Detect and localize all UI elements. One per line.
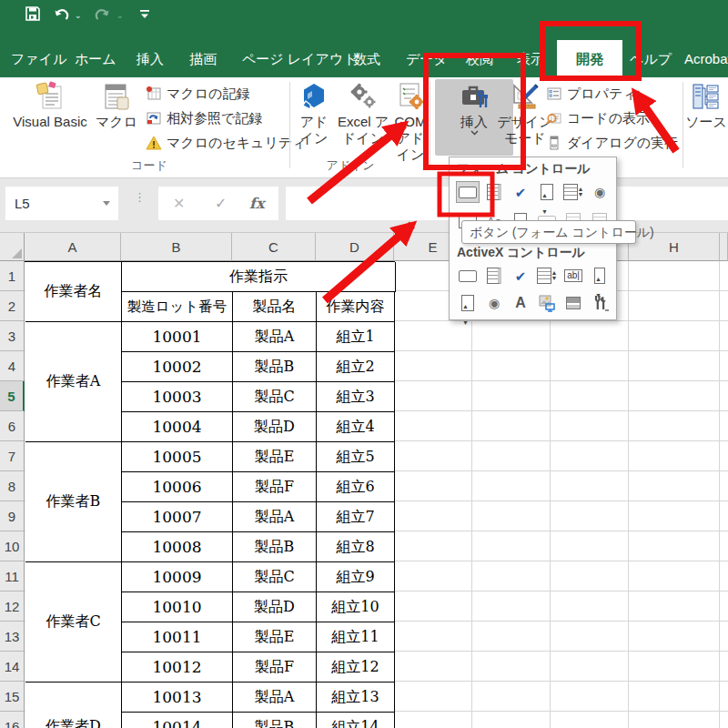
row-header[interactable]: 14 <box>0 652 25 682</box>
tab-draw[interactable]: 描画 <box>189 40 217 77</box>
row-header[interactable]: 11 <box>0 561 25 592</box>
table-row[interactable]: 10009 製品C 組立9 <box>122 562 396 592</box>
tab-page-layout[interactable]: ページ レイアウト <box>242 40 358 77</box>
row-header[interactable]: 9 <box>0 501 25 531</box>
addins-button[interactable]: アドイン <box>293 79 335 147</box>
tab-home[interactable]: ホーム <box>75 40 116 77</box>
row-header[interactable]: 5 <box>0 381 25 411</box>
cell-worker-a[interactable]: 作業者A <box>25 322 122 442</box>
product-cell[interactable]: 製品C <box>233 382 317 412</box>
row-header[interactable]: 10 <box>0 531 25 561</box>
activex-check-box-icon[interactable]: ✔ <box>509 265 532 287</box>
activex-option-button-icon[interactable]: ◉ <box>482 292 506 314</box>
table-row[interactable]: 10013 製品A 組立13 <box>122 682 396 713</box>
lot-cell[interactable]: 10012 <box>122 652 233 682</box>
task-cell[interactable]: 組立8 <box>317 532 395 562</box>
activex-text-box-icon[interactable]: ab| <box>561 265 585 287</box>
lot-cell[interactable]: 10011 <box>122 622 233 652</box>
task-cell[interactable]: 組立9 <box>317 562 395 592</box>
product-cell[interactable]: 製品A <box>233 502 317 532</box>
column-header-partial[interactable] <box>720 233 728 261</box>
table-row[interactable]: 10014 製品B 組立14 <box>122 713 396 728</box>
table-row[interactable]: 10008 製品B 組立8 <box>122 532 396 562</box>
lot-cell[interactable]: 10014 <box>122 713 233 728</box>
row-header[interactable]: 4 <box>0 351 25 381</box>
column-header-b[interactable]: B <box>121 233 232 261</box>
task-cell[interactable]: 組立5 <box>317 442 395 472</box>
row-header[interactable]: 15 <box>0 682 25 712</box>
product-cell[interactable]: 製品F <box>233 472 317 502</box>
lot-cell[interactable]: 10009 <box>122 562 233 592</box>
customize-quick-access-icon[interactable] <box>138 5 151 23</box>
cell-instruction-header[interactable]: 作業指示 <box>122 262 396 292</box>
tab-insert[interactable]: 挿入 <box>136 40 164 77</box>
com-addins-button[interactable]: COM アドイン <box>389 79 431 163</box>
excel-addins-button[interactable]: Excel アドイン <box>337 79 389 147</box>
row-header[interactable]: 2 <box>0 291 25 321</box>
lot-cell[interactable]: 10003 <box>122 382 233 412</box>
task-cell[interactable]: 組立10 <box>317 592 395 622</box>
table-row[interactable]: 10001 製品A 組立1 <box>122 322 396 352</box>
row-header[interactable]: 3 <box>0 321 25 351</box>
form-button-icon[interactable] <box>456 181 480 203</box>
row-header[interactable]: 13 <box>0 622 25 652</box>
cell-worker-b[interactable]: 作業者B <box>25 442 122 562</box>
lot-cell[interactable]: 10005 <box>122 442 233 472</box>
use-relative-references-button[interactable]: 相対参照で記録 <box>146 107 262 129</box>
tab-acrobat[interactable]: Acrobat <box>684 40 728 77</box>
column-header-c[interactable]: C <box>232 233 316 261</box>
undo-dropdown-icon[interactable]: ⌄ <box>75 11 82 20</box>
name-box[interactable]: L5 <box>5 187 118 220</box>
tab-review[interactable]: 校閲 <box>466 40 493 77</box>
form-list-box-icon[interactable]: ▲▼ <box>561 181 585 203</box>
product-cell[interactable]: 製品B <box>233 532 317 562</box>
product-cell[interactable]: 製品E <box>233 622 317 652</box>
tab-file[interactable]: ファイル <box>11 40 66 77</box>
row-header[interactable]: 12 <box>0 592 25 622</box>
lot-cell[interactable]: 10008 <box>122 532 233 562</box>
form-option-button-icon[interactable]: ◉ <box>588 181 612 203</box>
lot-cell[interactable]: 10010 <box>122 592 233 622</box>
row-header[interactable]: 6 <box>0 411 25 441</box>
cell-worker-name-header[interactable]: 作業者名 <box>25 262 122 322</box>
product-cell[interactable]: 製品D <box>233 592 317 622</box>
task-cell[interactable]: 組立12 <box>317 652 395 682</box>
form-spin-button-icon[interactable]: ▲▼ <box>535 181 559 203</box>
product-cell[interactable]: 製品A <box>233 682 317 713</box>
task-cell[interactable]: 組立3 <box>317 382 395 412</box>
table-row[interactable]: 10005 製品E 組立5 <box>122 442 396 472</box>
activex-toggle-button-icon[interactable] <box>561 292 585 314</box>
cell-task-header[interactable]: 作業内容 <box>317 292 395 322</box>
product-cell[interactable]: 製品B <box>233 713 317 728</box>
undo-icon[interactable] <box>53 5 71 23</box>
table-row[interactable]: 10007 製品A 組立7 <box>122 502 396 532</box>
table-row[interactable]: 10012 製品F 組立12 <box>122 652 396 682</box>
save-icon[interactable] <box>24 5 42 23</box>
lot-cell[interactable]: 10001 <box>122 322 233 352</box>
properties-button[interactable]: プロパティ <box>546 83 637 105</box>
row-header[interactable]: 7 <box>0 441 25 471</box>
tab-developer[interactable]: 開発 <box>557 40 622 77</box>
select-all-corner[interactable] <box>0 233 25 261</box>
task-cell[interactable]: 組立4 <box>317 412 395 442</box>
macro-security-button[interactable]: マクロのセキュリティ <box>146 132 307 154</box>
task-cell[interactable]: 組立6 <box>317 472 395 502</box>
table-row[interactable]: 10010 製品D 組立10 <box>122 592 396 622</box>
insert-function-icon[interactable]: fx <box>249 187 264 220</box>
cell-worker-c[interactable]: 作業者C <box>25 562 122 682</box>
visual-basic-button[interactable]: Visual Basic <box>7 79 93 130</box>
lot-cell[interactable]: 10004 <box>122 412 233 442</box>
form-combo-box-icon[interactable] <box>482 181 506 203</box>
task-cell[interactable]: 組立11 <box>317 622 395 652</box>
xml-source-button[interactable]: ソース <box>684 79 728 130</box>
macros-button[interactable]: マクロ <box>93 79 140 130</box>
task-cell[interactable]: 組立1 <box>317 322 395 352</box>
activex-list-box-icon[interactable]: ▲▼ <box>535 265 559 287</box>
tab-data[interactable]: データ <box>406 40 448 77</box>
table-row[interactable]: 10006 製品F 組立6 <box>122 472 396 502</box>
activex-scroll-bar-icon[interactable]: ▲▼ <box>456 292 480 314</box>
activex-spin-button-icon[interactable]: ▲▼ <box>588 265 612 287</box>
formula-bar-resize-handle[interactable]: ⋮ <box>134 194 136 214</box>
tab-formulas[interactable]: 数式 <box>353 40 380 77</box>
column-header-d[interactable]: D <box>316 233 394 261</box>
